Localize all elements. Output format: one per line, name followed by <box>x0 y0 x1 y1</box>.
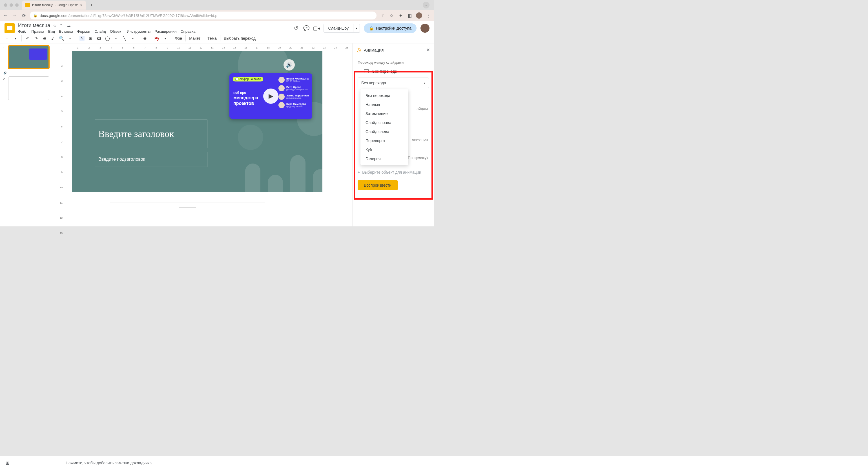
menu-format[interactable]: Формат <box>77 29 90 34</box>
close-panel-button[interactable]: ✕ <box>426 47 430 53</box>
dd-option-slide-left[interactable]: Слайд слева <box>361 127 408 136</box>
comment-insert-button[interactable]: ⊕ <box>142 36 147 41</box>
menu-edit[interactable]: Правка <box>31 29 44 34</box>
reload-button[interactable]: ⟳ <box>21 13 27 18</box>
menu-extensions[interactable]: Расширения <box>154 29 177 34</box>
new-tab-button[interactable]: + <box>88 2 95 8</box>
redo-button[interactable]: ↷ <box>34 36 39 41</box>
dd-option-flip[interactable]: Переворот <box>361 136 408 145</box>
share-url-icon[interactable]: ⇧ <box>380 13 385 18</box>
slides-favicon-icon <box>25 3 30 7</box>
kebab-menu-icon[interactable]: ⋮ <box>426 13 431 18</box>
close-tab-icon[interactable]: × <box>80 3 83 7</box>
new-slide-button[interactable]: + <box>4 36 9 41</box>
behind-text: По щелчку) <box>408 156 428 160</box>
menu-view[interactable]: Вид <box>48 29 55 34</box>
dd-option-fade[interactable]: Затемнение <box>361 109 408 118</box>
profile-avatar-icon[interactable] <box>416 12 422 19</box>
collapse-toolbar-button[interactable]: ˆ <box>428 36 430 40</box>
ruler-vertical: 1234567891011121314 <box>58 49 64 226</box>
slideshow-button[interactable]: Слайд-шоу <box>323 24 354 33</box>
chevron-down-icon[interactable]: ▾ <box>163 36 168 41</box>
move-folder-icon[interactable]: 🗀 <box>59 23 64 28</box>
url-host: docs.google.com <box>40 13 68 18</box>
browser-chrome: Итоги месяца - Google Презе × + ⌄ ← → ⟳ … <box>0 0 434 21</box>
undo-button[interactable]: ↶ <box>25 36 30 41</box>
maximize-window-icon[interactable] <box>15 3 19 7</box>
dd-option-gallery[interactable]: Галерея <box>361 154 408 163</box>
zoom-button[interactable]: 🔍 <box>59 36 64 41</box>
paint-format-button[interactable]: 🖌 <box>51 36 56 41</box>
forward-button[interactable]: → <box>12 13 18 18</box>
select-tool-button[interactable]: ↖ <box>80 36 85 41</box>
animation-panel: ◎ Анимация ✕ Переход между слайдами ⌄ Бе… <box>352 43 434 226</box>
thumbnail-slide-1[interactable] <box>8 46 49 69</box>
chevron-down-icon[interactable]: ▾ <box>67 36 72 41</box>
decorative-bars <box>245 155 322 192</box>
menu-slide[interactable]: Слайд <box>94 29 106 34</box>
slides-logo-icon[interactable] <box>4 23 14 33</box>
url-input[interactable]: 🔒 docs.google.com/presentation/d/1-qp78z… <box>30 11 376 20</box>
audio-icon[interactable]: 🔊 <box>283 59 295 70</box>
chevron-down-icon[interactable]: ▾ <box>113 36 118 41</box>
slideshow-dropdown-button[interactable]: ▾ <box>353 24 360 33</box>
minimize-window-icon[interactable] <box>9 3 13 7</box>
menu-file[interactable]: Файл <box>18 29 27 34</box>
person-role: HR BP Skillbox <box>286 80 309 82</box>
video-embed[interactable]: 💬 оффер на почте всё про менеджера проек… <box>229 73 312 119</box>
dd-option-none[interactable]: Без перехода <box>361 91 408 100</box>
menu-help[interactable]: Справка <box>181 29 195 34</box>
line-button[interactable]: ╲ <box>122 36 127 41</box>
thumb-number: 1 <box>3 46 7 69</box>
lock-icon: 🔒 <box>369 26 374 30</box>
extensions-icon[interactable]: ✦ <box>398 13 403 18</box>
main-area: 1 🔊 2 1234567891011121314151617181920212… <box>0 43 434 226</box>
sidepanel-icon[interactable]: ◧ <box>407 13 412 18</box>
print-button[interactable]: 🖶 <box>42 36 47 41</box>
speaker-notes-resize[interactable] <box>110 202 265 212</box>
person-role: руководитель проектов <box>286 89 308 90</box>
address-bar: ← → ⟳ 🔒 docs.google.com/presentation/d/1… <box>0 10 434 21</box>
layout-button[interactable]: Макет <box>189 36 200 40</box>
thumbnail-slide-2[interactable] <box>8 77 49 100</box>
slide-canvas[interactable]: 🔊 💬 оффер на почте всё про менеджера про… <box>72 51 322 192</box>
history-icon[interactable]: ↺ <box>293 25 299 31</box>
image-button[interactable]: 🖼 <box>96 36 101 41</box>
menu-object[interactable]: Объект <box>110 29 123 34</box>
person: Кира Мамедовапродюсер Skillbox <box>278 102 309 108</box>
play-icon[interactable]: ▶ <box>263 89 278 104</box>
background-button[interactable]: Фон <box>175 36 182 40</box>
dd-option-cube[interactable]: Куб <box>361 145 408 154</box>
browser-tab[interactable]: Итоги месяца - Google Презе × <box>22 1 86 9</box>
subtitle-text: Введите подзаголовок <box>98 157 145 162</box>
theme-button[interactable]: Тема <box>208 36 217 40</box>
textbox-button[interactable]: ⊞ <box>88 36 93 41</box>
star-icon[interactable]: ☆ <box>53 23 57 28</box>
paint-format-label[interactable]: Рy <box>154 36 159 40</box>
addr-icons: ⇧ ☆ ✦ ◧ ⋮ <box>380 12 431 19</box>
title-placeholder[interactable]: Введите заголовок <box>95 120 208 148</box>
bookmark-icon[interactable]: ☆ <box>389 13 394 18</box>
chevron-down-icon[interactable]: ▾ <box>130 36 135 41</box>
shape-button[interactable]: ◯ <box>105 36 110 41</box>
share-button[interactable]: 🔒 Настройки Доступа <box>364 23 416 33</box>
doc-title[interactable]: Итоги месяца <box>18 23 50 28</box>
dd-option-dissolve[interactable]: Наплыв <box>361 100 408 109</box>
comments-icon[interactable]: 💬 <box>303 25 309 31</box>
meet-icon[interactable]: ▢◂ <box>313 25 319 31</box>
close-window-icon[interactable] <box>4 3 7 7</box>
window-controls[interactable] <box>4 3 19 7</box>
tabs-overflow-button[interactable]: ⌄ <box>423 2 430 8</box>
menu-tools[interactable]: Инструменты <box>127 29 151 34</box>
chevron-down-icon[interactable]: ▾ <box>13 36 18 41</box>
subtitle-placeholder[interactable]: Введите подзаголовок <box>95 152 208 167</box>
menu-insert[interactable]: Вставка <box>59 29 73 34</box>
account-avatar-icon[interactable] <box>421 24 430 33</box>
offer-badge: 💬 оффер на почте <box>233 77 263 82</box>
person: Елена КостицынаHR BP Skillbox <box>278 77 309 83</box>
transition-dropdown: Без перехода Наплыв Затемнение Слайд спр… <box>361 89 408 165</box>
back-button[interactable]: ← <box>3 13 8 18</box>
person-name: Петр Орлов <box>286 86 308 89</box>
transition-button[interactable]: Выбрать переход <box>224 36 256 40</box>
dd-option-slide-right[interactable]: Слайд справа <box>361 118 408 127</box>
